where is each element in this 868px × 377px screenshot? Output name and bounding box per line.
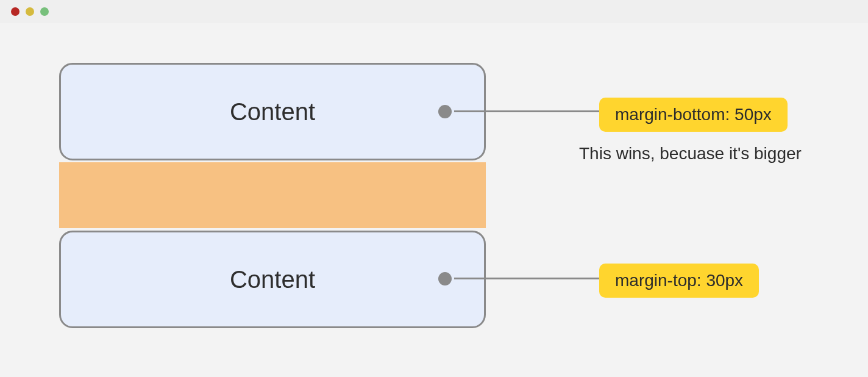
annotation-caption: This wins, becuase it's bigger bbox=[579, 144, 802, 163]
css-annotation-badge: margin-bottom: 50px bbox=[599, 98, 788, 132]
content-box-bottom: Content bbox=[59, 231, 486, 328]
diagram-canvas: Content Content margin-bottom: 50px This… bbox=[0, 23, 868, 377]
content-box-top: Content bbox=[59, 63, 486, 160]
content-box-label: Content bbox=[230, 266, 315, 293]
minimize-icon[interactable] bbox=[26, 7, 34, 16]
window-titlebar bbox=[0, 0, 868, 23]
css-annotation-text: margin-top: 30px bbox=[615, 271, 743, 290]
connector-dot-icon bbox=[438, 105, 452, 118]
content-box-label: Content bbox=[230, 98, 315, 126]
css-annotation-text: margin-bottom: 50px bbox=[615, 105, 772, 124]
connector-line bbox=[454, 110, 599, 112]
css-annotation-badge: margin-top: 30px bbox=[599, 264, 759, 298]
close-icon[interactable] bbox=[11, 7, 20, 16]
maximize-icon[interactable] bbox=[40, 7, 49, 16]
collapsed-margin-area bbox=[59, 162, 486, 228]
connector-line bbox=[454, 278, 599, 279]
connector-dot-icon bbox=[438, 272, 452, 285]
